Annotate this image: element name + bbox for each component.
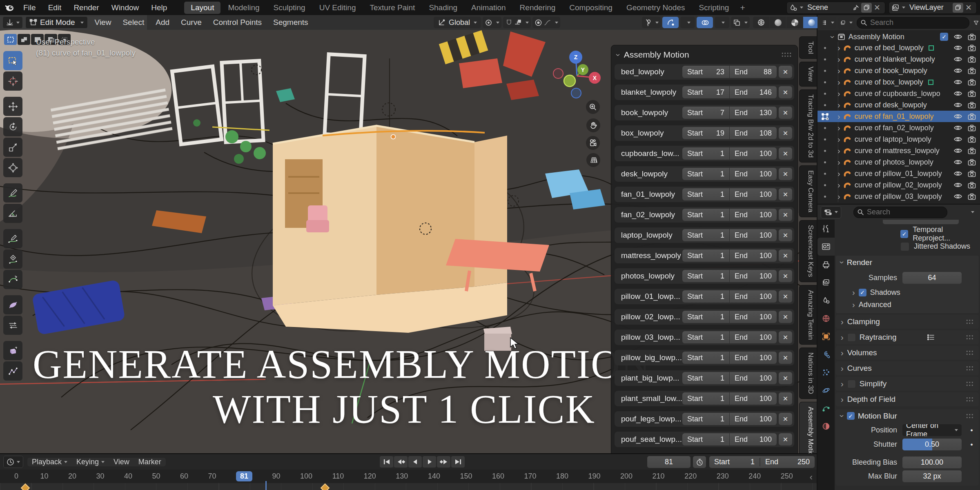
playhead[interactable] bbox=[265, 481, 267, 490]
unlink-scene-icon[interactable]: ✕ bbox=[872, 3, 882, 13]
outliner-item-label[interactable]: curve of pillow_02_lowpoly bbox=[855, 181, 942, 189]
outliner-item-label[interactable]: curve of book_lowpoly bbox=[855, 67, 927, 75]
start-frame-field[interactable]: Start 1 bbox=[682, 290, 729, 303]
animate-dot-icon[interactable]: ● bbox=[970, 428, 973, 432]
shading-wireframe-button[interactable] bbox=[753, 17, 769, 28]
app-menu-item[interactable]: Window bbox=[105, 0, 145, 15]
remove-row-button[interactable]: ✕ bbox=[779, 66, 792, 78]
outliner-item-row[interactable]: › curve of fan_02_lowpoly bbox=[817, 122, 980, 134]
outliner-item-row[interactable]: › curve of desk_lowpoly bbox=[817, 99, 980, 111]
tool-randomize-icon[interactable] bbox=[3, 361, 22, 381]
tool-transform-icon[interactable] bbox=[3, 158, 22, 177]
jump-to-end-button[interactable] bbox=[451, 456, 465, 468]
workspace-tab[interactable]: Texture Paint bbox=[363, 2, 421, 14]
item-expander-icon[interactable]: › bbox=[837, 89, 840, 98]
outliner-item-row[interactable]: › curve of photos_lowpoly bbox=[817, 156, 980, 168]
properties-options-icon[interactable] bbox=[971, 211, 974, 213]
end-frame-field[interactable]: End 100 bbox=[730, 249, 777, 262]
eye-icon[interactable] bbox=[953, 159, 962, 165]
start-frame-field[interactable]: Start 17 bbox=[682, 86, 729, 98]
3d-viewport[interactable]: User Perspective (81) curve of fan_01_lo… bbox=[0, 30, 817, 453]
region-resize-icon[interactable]: ‹ bbox=[810, 472, 813, 483]
new-scene-icon[interactable] bbox=[861, 3, 872, 13]
viewport-menu-item[interactable]: Select bbox=[118, 18, 149, 27]
end-frame-field[interactable]: End 100 bbox=[730, 372, 777, 384]
workspace-tab[interactable]: Scripting bbox=[693, 2, 736, 14]
viewport-menu-item[interactable]: View bbox=[90, 18, 116, 27]
timeline-menu-item[interactable]: Playback bbox=[27, 458, 72, 466]
workspace-tab[interactable]: Compositing bbox=[563, 2, 619, 14]
end-frame-field[interactable]: End 100 bbox=[730, 168, 777, 180]
outliner-item-row[interactable]: › curve of pillow_03_lowpoly bbox=[817, 191, 980, 202]
outliner-item-label[interactable]: curve of fan_02_lowpoly bbox=[855, 124, 934, 132]
gizmo-x-axis[interactable]: X bbox=[589, 72, 601, 84]
sidebar-tab[interactable]: Screencast Keys bbox=[799, 220, 817, 282]
app-menu-item[interactable]: Render bbox=[67, 0, 105, 15]
remove-row-button[interactable]: ✕ bbox=[779, 209, 792, 221]
outliner-item-label[interactable]: curve of photos_lowpoly bbox=[855, 158, 933, 167]
eye-icon[interactable] bbox=[953, 90, 962, 97]
tab-object-data[interactable] bbox=[817, 399, 835, 417]
item-expander-icon[interactable]: › bbox=[837, 146, 840, 156]
sidebar-tab[interactable]: Assembly Motion bbox=[799, 402, 817, 453]
shutter-slider[interactable]: 0.50 bbox=[902, 439, 962, 450]
outliner-item-label[interactable]: curve of cupboards_lowpo bbox=[855, 89, 940, 98]
pan-hand-icon[interactable] bbox=[586, 118, 600, 132]
item-expander-icon[interactable]: › bbox=[837, 66, 840, 76]
properties-panel-header[interactable]: › Volumes bbox=[836, 346, 979, 360]
tool-draw-curve-icon[interactable] bbox=[3, 229, 22, 248]
timeline-menu-item[interactable]: Marker bbox=[134, 458, 166, 466]
camera-render-icon[interactable] bbox=[968, 45, 976, 51]
timeline-editor-type-button[interactable] bbox=[3, 456, 23, 468]
item-expander-icon[interactable]: › bbox=[837, 55, 840, 64]
workspace-tab[interactable]: Geometry Nodes bbox=[620, 2, 692, 14]
outliner-item-row[interactable]: › curve of fan_01_lowpoly bbox=[817, 111, 980, 122]
properties-panel-header[interactable]: › Simplify bbox=[836, 377, 979, 391]
shading-material-button[interactable] bbox=[786, 17, 803, 28]
temporal-reprojection-checkbox[interactable]: ✓ bbox=[900, 230, 908, 238]
remove-row-button[interactable]: ✕ bbox=[779, 188, 792, 200]
remove-row-button[interactable]: ✕ bbox=[779, 331, 792, 343]
outliner-item-label[interactable]: curve of desk_lowpoly bbox=[855, 101, 927, 109]
camera-render-icon[interactable] bbox=[968, 67, 976, 74]
end-frame-field[interactable]: End 100 bbox=[730, 331, 777, 343]
overlays-dropdown[interactable] bbox=[715, 17, 729, 28]
end-frame-field[interactable]: End 100 bbox=[730, 311, 777, 323]
start-frame-field[interactable]: Start 1 bbox=[682, 352, 729, 364]
tool-move-icon[interactable] bbox=[3, 97, 22, 116]
tab-physics[interactable] bbox=[817, 381, 835, 399]
camera-render-icon[interactable] bbox=[968, 90, 976, 97]
timeline-ruler[interactable]: 0 10 20 30 40 50 60 70 81 90 100 11 bbox=[0, 470, 817, 483]
remove-viewlayer-icon[interactable]: ✕ bbox=[963, 3, 974, 13]
collection-expander-icon[interactable]: › bbox=[828, 36, 837, 38]
workspace-tab[interactable]: UV Editing bbox=[313, 2, 363, 14]
eye-icon[interactable] bbox=[953, 33, 962, 40]
end-frame-field[interactable]: End 100 bbox=[730, 147, 777, 160]
viewport-menu-item[interactable]: Segments bbox=[269, 18, 313, 27]
item-expander-icon[interactable]: › bbox=[837, 158, 840, 167]
item-expander-icon[interactable]: › bbox=[837, 43, 840, 53]
tab-modifiers[interactable] bbox=[817, 345, 835, 363]
outliner-display-mode-button[interactable] bbox=[820, 17, 836, 29]
gizmos-toggle[interactable] bbox=[662, 17, 679, 28]
remove-row-button[interactable]: ✕ bbox=[779, 107, 792, 119]
motion-blur-checkbox[interactable]: ✓ bbox=[847, 412, 855, 420]
remove-row-button[interactable]: ✕ bbox=[779, 147, 792, 160]
start-frame-field[interactable]: Start 7 bbox=[682, 107, 729, 119]
object-type-visibility-button[interactable] bbox=[642, 17, 661, 28]
outliner-item-row[interactable]: › curve of laptop_lowpoly bbox=[817, 134, 980, 145]
eye-icon[interactable] bbox=[953, 170, 962, 177]
remove-row-button[interactable]: ✕ bbox=[779, 168, 792, 180]
end-frame-field[interactable]: End 108 bbox=[730, 127, 777, 139]
outliner-item-label[interactable]: curve of pillow_01_lowpoly bbox=[855, 169, 942, 178]
tool-extrude-icon[interactable] bbox=[3, 341, 22, 360]
end-frame-field[interactable]: End 100 bbox=[730, 290, 777, 303]
start-frame-field[interactable]: Start 1 bbox=[682, 331, 729, 343]
end-frame-field[interactable]: End 100 bbox=[730, 209, 777, 221]
workspace-tab[interactable]: Rendering bbox=[513, 2, 562, 14]
sidebar-tab[interactable]: Tool bbox=[799, 36, 817, 59]
tab-scene[interactable] bbox=[817, 292, 835, 310]
remove-row-button[interactable]: ✕ bbox=[779, 311, 792, 323]
outliner-item-row[interactable]: › curve of blanket_lowpoly bbox=[817, 53, 980, 65]
outliner-item-label[interactable]: curve of mattress_lowpoly bbox=[855, 147, 940, 155]
